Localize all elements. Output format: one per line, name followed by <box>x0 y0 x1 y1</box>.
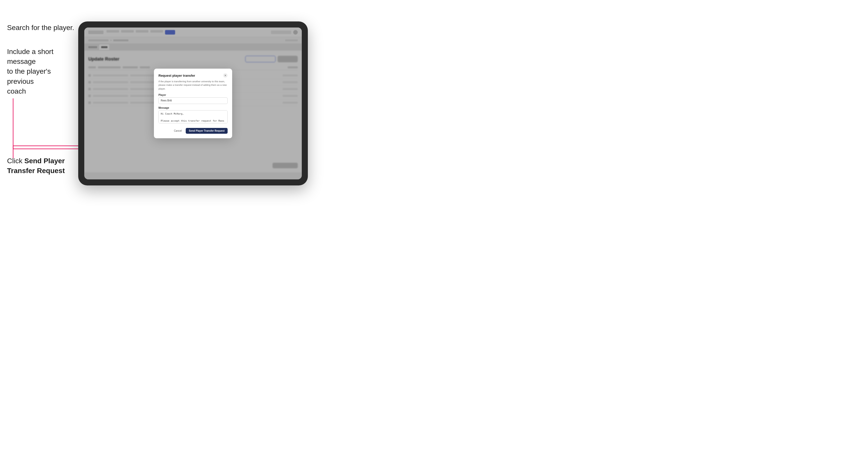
annotation-message: Include a short messageto the player's p… <box>7 47 73 96</box>
message-field-group: Message Hi Coach McHarg, Please accept t… <box>158 106 227 124</box>
modal-title: Request player transfer <box>158 74 195 77</box>
request-transfer-modal: Request player transfer × If the player … <box>154 69 232 138</box>
message-textarea[interactable]: Hi Coach McHarg, Please accept this tran… <box>158 110 227 123</box>
tablet-device: › Update Roster <box>78 22 308 185</box>
modal-close-button[interactable]: × <box>223 73 227 78</box>
annotation-search-player: Search for the player. <box>7 23 74 33</box>
player-field-group: Player <box>158 94 227 104</box>
annotation-send-button: Click Send PlayerTransfer Request <box>7 156 73 176</box>
cancel-button[interactable]: Cancel <box>172 128 184 133</box>
modal-overlay: Request player transfer × If the player … <box>84 28 302 179</box>
player-search-input[interactable] <box>158 97 227 104</box>
modal-footer: Cancel Send Player Transfer Request <box>158 128 227 134</box>
send-transfer-request-button[interactable]: Send Player Transfer Request <box>186 128 227 134</box>
modal-header: Request player transfer × <box>158 73 227 78</box>
device-screen: › Update Roster <box>84 28 302 179</box>
modal-description: If the player is transferring from anoth… <box>158 80 227 91</box>
message-label: Message <box>158 106 227 109</box>
player-label: Player <box>158 94 227 96</box>
